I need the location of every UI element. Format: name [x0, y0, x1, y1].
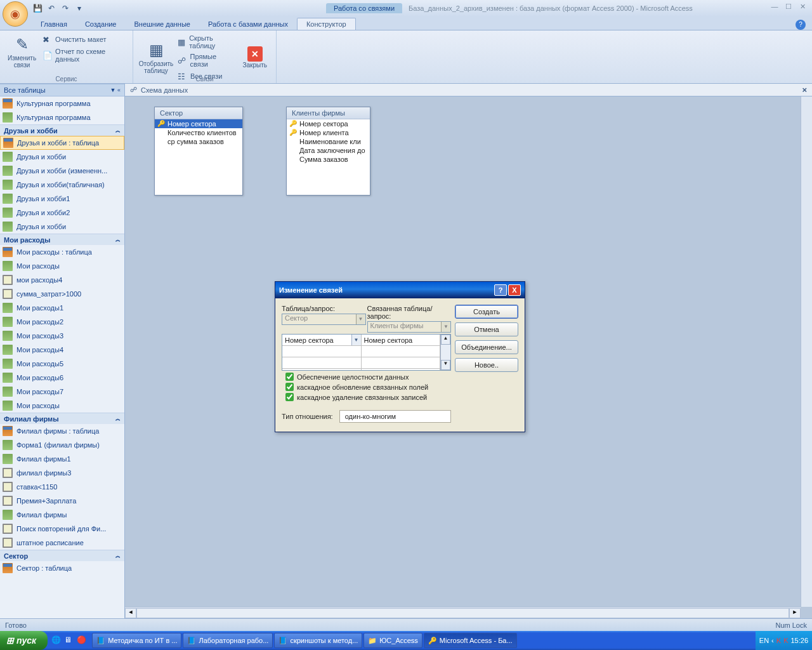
field-cell[interactable]: Номер сектора▼ [282, 335, 361, 346]
taskbar-item[interactable]: 📘 Лабораторная рабо... [183, 633, 273, 648]
system-tray[interactable]: EN ‹ K K 15:26 [756, 631, 812, 650]
tab-dbtools[interactable]: Работа с базами данных [199, 18, 297, 30]
list-item[interactable]: Друзья и хобби1 [0, 192, 124, 206]
field-cell[interactable]: Номер сектора [362, 335, 440, 346]
list-item[interactable]: Друзья и хобби [0, 220, 124, 234]
list-item[interactable]: Мои расходы7 [0, 385, 124, 399]
tab-design[interactable]: Конструктор [297, 18, 356, 30]
list-item[interactable]: Мои расходы : таблица [0, 245, 124, 259]
list-item[interactable]: Форма1 (филиал фирмы) [0, 438, 124, 452]
list-item[interactable]: Филиал фирмы1 [0, 452, 124, 466]
tab-home[interactable]: Главная [32, 18, 76, 30]
maximize-button[interactable]: ☐ [783, 3, 794, 11]
close-relationships-button[interactable]: ✕Закрыть [237, 32, 272, 83]
cascade-update-checkbox[interactable]: каскадное обновление связанных полей [285, 383, 447, 391]
list-item[interactable]: Друзья и хобби(табличная) [0, 178, 124, 192]
list-item[interactable]: Друзья и хобби : таблица [0, 136, 124, 150]
table-field[interactable]: 🔑Номер клиента [287, 128, 370, 137]
list-item[interactable]: Премия+Зарплата [0, 494, 124, 508]
field-cell[interactable] [362, 357, 440, 369]
redo-icon[interactable]: ↷ [60, 3, 71, 14]
list-item[interactable]: филиал фирмы3 [0, 466, 124, 480]
save-icon[interactable]: 💾 [32, 3, 43, 14]
document-close-button[interactable]: × [802, 85, 807, 95]
taskbar-item[interactable]: 📘 скриншоты к метод... [274, 633, 362, 648]
list-item[interactable]: Мои расходы [0, 399, 124, 413]
close-button[interactable]: ✕ [797, 3, 808, 11]
tab-external[interactable]: Внешние данные [126, 18, 199, 30]
list-item[interactable]: сумма_затрат>1000 [0, 287, 124, 301]
list-item[interactable]: Поиск повторений для Фи... [0, 522, 124, 536]
table-select[interactable]: Сектор▼ [282, 314, 366, 325]
nav-group-header[interactable]: Филиал фирмы︽ [0, 413, 124, 424]
lang-indicator[interactable]: EN [759, 637, 769, 644]
list-item[interactable]: мои расходы4 [0, 273, 124, 287]
nav-group-header[interactable]: Сектор︽ [0, 550, 124, 561]
list-item[interactable]: Филиал фирмы : таблица [0, 424, 124, 438]
document-tab[interactable]: ☍ Схема данных × [125, 84, 812, 96]
field-cell[interactable] [282, 357, 361, 369]
table-field[interactable]: 🔑Номер сектора [287, 119, 370, 128]
qat-dropdown-icon[interactable]: ▾ [74, 3, 85, 14]
desktop-icon[interactable]: 🖥 [64, 635, 74, 646]
join-button[interactable]: Объединение... [455, 340, 518, 354]
table-field[interactable]: Количество клиентов [155, 128, 242, 137]
enforce-integrity-checkbox[interactable]: Обеспечение целостности данных [285, 373, 447, 381]
nav-header[interactable]: Все таблицы▼ « [0, 84, 124, 96]
list-item[interactable]: Мои расходы3 [0, 329, 124, 343]
table-clients[interactable]: Клиенты фирмы 🔑Номер сектора 🔑Номер клие… [286, 107, 370, 196]
relationship-report-button[interactable]: 📄Отчет по схеме данных [40, 46, 129, 64]
clock[interactable]: 15:26 [790, 637, 808, 644]
undo-icon[interactable]: ↶ [46, 3, 57, 14]
cascade-delete-checkbox[interactable]: каскадное удаление связанных записей [285, 393, 447, 401]
minimize-button[interactable]: — [769, 3, 780, 11]
list-item[interactable]: ставка<1150 [0, 480, 124, 494]
list-item[interactable]: Мои расходы1 [0, 301, 124, 315]
table-field[interactable]: ср сумма заказов [155, 137, 242, 146]
dialog-close-button[interactable]: X [508, 284, 521, 296]
tab-create[interactable]: Создание [76, 18, 126, 30]
field-cell[interactable] [282, 346, 361, 357]
ie-icon[interactable]: 🌐 [51, 635, 62, 646]
hide-table-button[interactable]: ▦Скрыть таблицу [175, 33, 237, 51]
related-table-select[interactable]: Клиенты фирмы▼ [367, 321, 452, 333]
clear-layout-button[interactable]: ✖Очистить макет [40, 33, 129, 46]
list-item[interactable]: штатное расписание [0, 536, 124, 550]
chevron-down-icon[interactable]: ▼ « [110, 87, 121, 93]
show-table-button[interactable]: ▦Отобразить таблицу [137, 32, 175, 83]
list-item[interactable]: Друзья и хобби (измененн... [0, 164, 124, 178]
taskbar-item[interactable]: 📘 Методичка по ИТ в ... [92, 633, 181, 648]
dialog-help-button[interactable]: ? [494, 284, 507, 296]
tray-icon[interactable]: K [783, 637, 788, 644]
list-item[interactable]: Сектор : таблица [0, 561, 124, 575]
taskbar-item[interactable]: 📁 ЮС_Access [363, 633, 422, 648]
scroll-right-icon[interactable]: ► [789, 608, 801, 618]
list-item[interactable]: Мои расходы6 [0, 371, 124, 385]
tray-icon[interactable]: K [776, 637, 781, 644]
scroll-left-icon[interactable]: ◄ [125, 608, 136, 618]
office-button[interactable]: ◉ [3, 1, 28, 27]
list-item[interactable]: Друзья и хобби [0, 150, 124, 164]
list-item[interactable]: Филиал фирмы [0, 508, 124, 522]
list-item[interactable]: Культурная программа [0, 96, 124, 110]
create-button[interactable]: Создать [455, 305, 518, 319]
table-field[interactable]: Дата заключения до [287, 146, 370, 155]
table-field[interactable]: 🔑Номер сектора [155, 119, 242, 128]
edit-relationships-button[interactable]: ✎Изменить связи [4, 32, 40, 71]
list-item[interactable]: Мои расходы2 [0, 315, 124, 329]
field-cell[interactable] [362, 346, 440, 357]
taskbar-item[interactable]: 🔑 Microsoft Access - Ба... [424, 633, 517, 648]
list-item[interactable]: Мои расходы [0, 259, 124, 273]
nav-group-header[interactable]: Друзья и хобби︽ [0, 124, 124, 136]
list-item[interactable]: Культурная программа [0, 110, 124, 124]
help-icon[interactable]: ? [796, 20, 806, 30]
table-field[interactable]: Наименование кли [287, 137, 370, 146]
cancel-button[interactable]: Отмена [455, 322, 518, 336]
app-icon[interactable]: 🔴 [77, 635, 87, 646]
table-field[interactable]: Сумма заказов [287, 155, 370, 164]
grid-scrollbar[interactable]: ▲▼ [440, 335, 450, 370]
vertical-scrollbar[interactable] [801, 96, 812, 607]
list-item[interactable]: Мои расходы4 [0, 343, 124, 357]
direct-relationships-button[interactable]: ☍Прямые связи [175, 51, 237, 69]
horizontal-scrollbar[interactable]: ◄► [125, 607, 801, 618]
